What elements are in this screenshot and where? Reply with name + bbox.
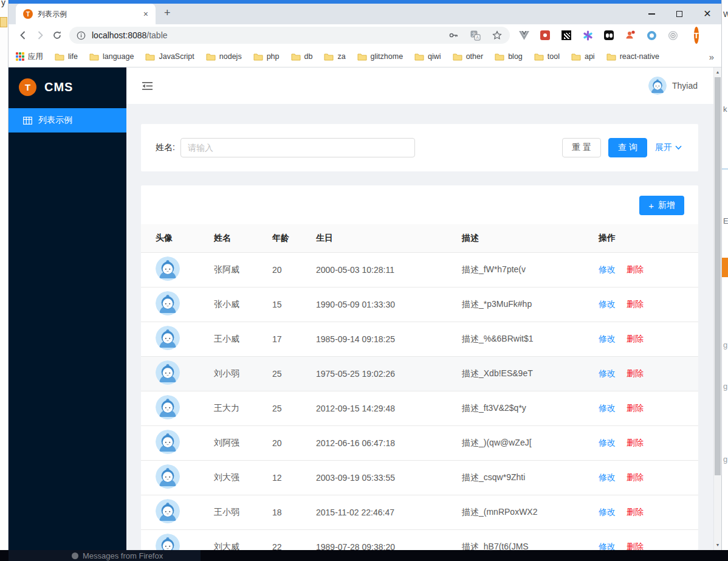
edit-link[interactable]: 修改 xyxy=(599,299,616,309)
address-bar[interactable]: localhost:8088/table 文A xyxy=(69,27,510,44)
info-icon[interactable] xyxy=(77,31,86,40)
bookmark-folder[interactable]: qiwi xyxy=(414,52,441,61)
delete-link[interactable]: 删除 xyxy=(627,334,644,343)
edit-link[interactable]: 修改 xyxy=(599,507,616,517)
bookmark-star-icon[interactable] xyxy=(492,30,503,41)
url-text[interactable]: localhost:8088/table xyxy=(92,30,448,40)
close-button[interactable]: ✕ xyxy=(693,5,721,23)
password-key-icon[interactable] xyxy=(448,30,459,41)
cell-description: 描述_fW*h7pte(v xyxy=(447,252,584,287)
row-avatar xyxy=(156,395,180,419)
new-tab-button[interactable]: + xyxy=(164,7,171,19)
minimize-button[interactable] xyxy=(637,5,665,23)
table-row[interactable]: 刘大威 22 1989-07-28 09:38:20 描述_hB7(t6(JMS… xyxy=(141,529,698,550)
bookmark-folder[interactable]: api xyxy=(571,52,595,61)
bookmark-folder[interactable]: life xyxy=(55,52,78,61)
app-logo: T CMS xyxy=(9,67,126,106)
folder-icon xyxy=(453,53,462,61)
bookmark-folder[interactable]: other xyxy=(453,52,484,61)
edit-link[interactable]: 修改 xyxy=(599,403,616,413)
cell-description: 描述_)(qw@wZeJ[ xyxy=(447,425,584,460)
background-orange-badge xyxy=(722,258,728,277)
background-text-fragment: g xyxy=(723,382,727,391)
spiral-extension-icon[interactable] xyxy=(667,30,678,41)
bookmark-folder[interactable]: react-native xyxy=(606,52,659,61)
expand-link[interactable]: 展开 xyxy=(655,142,682,153)
edit-link[interactable]: 修改 xyxy=(599,334,616,343)
translate-icon[interactable]: 文A xyxy=(470,30,481,41)
bookmark-folder[interactable]: db xyxy=(291,52,313,61)
cell-name: 刘阿强 xyxy=(199,425,258,460)
scrollbar-thumb[interactable] xyxy=(715,77,721,475)
bookmark-folder[interactable]: JavaScript xyxy=(145,52,194,61)
bookmark-folder[interactable]: glitzhome xyxy=(357,52,403,61)
table-row[interactable]: 刘阿强 20 2012-06-16 06:47:18 描述_)(qw@wZeJ[… xyxy=(141,425,698,460)
qr-code-extension-icon[interactable] xyxy=(561,30,572,41)
cell-description: 描述_csqw*9Zhti xyxy=(447,460,584,495)
dark-extension-icon[interactable] xyxy=(603,30,614,41)
delete-link[interactable]: 删除 xyxy=(627,403,644,413)
delete-link[interactable]: 删除 xyxy=(627,299,644,309)
bookmark-folder[interactable]: blog xyxy=(495,52,523,61)
browser-profile-avatar[interactable]: T xyxy=(694,27,699,44)
cell-description: 描述_(mnRPoxWX2 xyxy=(447,495,584,529)
edit-link[interactable]: 修改 xyxy=(599,542,616,551)
table-row[interactable]: 王小弱 18 2015-11-02 22:46:47 描述_(mnRPoxWX2… xyxy=(141,495,698,529)
table-row[interactable]: 张小威 15 1990-05-09 01:33:30 描述_*p3MuFk#hp… xyxy=(141,287,698,322)
back-button[interactable] xyxy=(15,27,32,44)
menu-fold-icon[interactable] xyxy=(142,81,153,92)
table-row[interactable]: 张阿威 20 2000-05-03 10:28:11 描述_fW*h7pte(v… xyxy=(141,252,698,287)
delete-link[interactable]: 删除 xyxy=(627,472,644,482)
delete-link[interactable]: 删除 xyxy=(627,542,644,551)
reset-button[interactable]: 重 置 xyxy=(562,138,601,157)
scroll-down-arrow-icon[interactable]: ▼ xyxy=(714,541,721,549)
query-button[interactable]: 查 询 xyxy=(608,138,647,157)
edit-link[interactable]: 修改 xyxy=(599,368,616,378)
vue-devtools-icon[interactable] xyxy=(518,30,529,41)
maximize-button[interactable] xyxy=(665,5,693,23)
cell-birthday: 1990-05-09 01:33:30 xyxy=(301,287,447,322)
bookmark-folder[interactable]: nodejs xyxy=(206,52,242,61)
column-header-avatar: 头像 xyxy=(141,224,199,252)
bookmark-label: react-native xyxy=(620,52,659,61)
cell-age: 25 xyxy=(258,356,301,391)
bookmark-folder[interactable]: php xyxy=(253,52,280,61)
tab-close-icon[interactable]: × xyxy=(142,9,149,19)
people-extension-icon[interactable] xyxy=(625,30,636,41)
data-table: 头像 姓名 年龄 生日 描述 操作 张阿威 20 2000-05-03 10:2… xyxy=(141,224,698,550)
delete-link[interactable]: 删除 xyxy=(627,438,644,447)
blue-ring-extension-icon[interactable] xyxy=(646,30,657,41)
asterisk-extension-icon[interactable] xyxy=(582,30,593,41)
delete-link[interactable]: 删除 xyxy=(627,264,644,274)
table-row[interactable]: 王小威 17 1985-09-14 09:18:25 描述_%&6BRwit$1… xyxy=(141,322,698,356)
background-window-left-sliver: y xyxy=(0,0,9,550)
apps-shortcut[interactable]: 应用 xyxy=(16,52,43,62)
table-row[interactable]: 刘小弱 25 1975-05-25 19:02:26 描述_Xdb!ES&9eT… xyxy=(141,356,698,391)
delete-link[interactable]: 删除 xyxy=(627,507,644,517)
forward-button[interactable] xyxy=(32,27,49,44)
bookmark-folder[interactable]: za xyxy=(324,52,345,61)
table-row[interactable]: 王大力 25 2012-09-15 14:29:48 描述_ft3V&2$q*y… xyxy=(141,391,698,425)
reload-button[interactable] xyxy=(49,27,66,44)
bookmarks-overflow-chevron[interactable]: » xyxy=(709,52,714,62)
user-menu[interactable]: Thyiad xyxy=(648,67,698,104)
page-scrollbar[interactable]: ▲ ▼ xyxy=(713,67,721,550)
page-viewport: T CMS 列表示例 Thyiad xyxy=(9,67,721,550)
browser-tab[interactable]: T 列表示例 × xyxy=(16,4,156,24)
cell-name: 王小弱 xyxy=(199,495,258,529)
maximize-icon xyxy=(676,11,682,17)
sidebar-item-list-example[interactable]: 列表示例 xyxy=(9,108,126,133)
add-button-label: 新增 xyxy=(658,200,675,211)
background-text-fragment: y xyxy=(1,0,5,7)
edit-link[interactable]: 修改 xyxy=(599,264,616,274)
scroll-up-arrow-icon[interactable]: ▲ xyxy=(714,68,721,77)
add-button[interactable]: + 新增 xyxy=(639,196,684,215)
name-input[interactable] xyxy=(180,138,415,157)
bookmark-folder[interactable]: tool xyxy=(534,52,560,61)
edit-link[interactable]: 修改 xyxy=(599,438,616,447)
edit-link[interactable]: 修改 xyxy=(599,472,616,482)
bookmark-folder[interactable]: language xyxy=(89,52,134,61)
delete-link[interactable]: 删除 xyxy=(627,368,644,378)
red-extension-icon[interactable] xyxy=(540,30,551,41)
table-row[interactable]: 刘大强 12 2003-09-19 05:33:55 描述_csqw*9Zhti… xyxy=(141,460,698,495)
